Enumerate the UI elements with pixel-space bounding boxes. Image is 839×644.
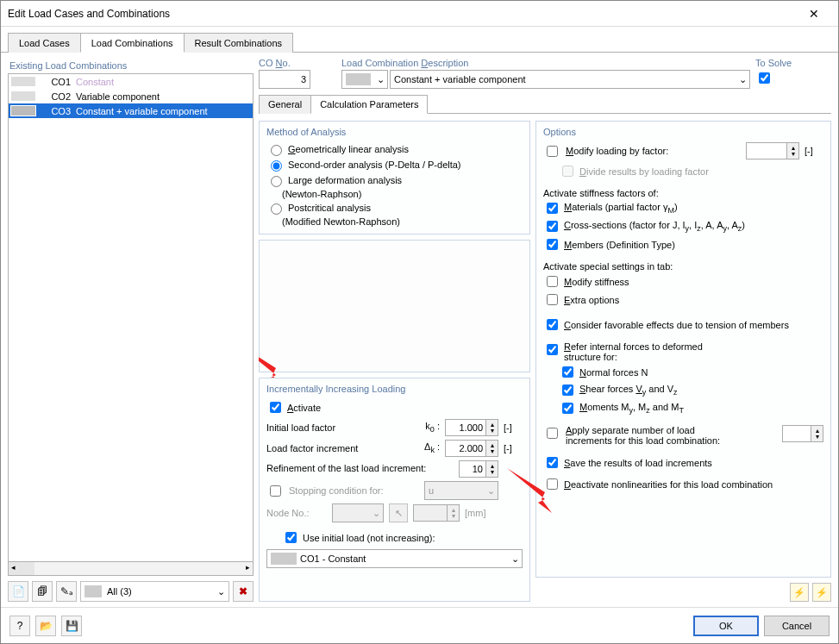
node-label: Node No.: <box>266 508 327 518</box>
list-item[interactable]: CO2 Variable component <box>9 89 253 103</box>
refine-label: Refinement of the last load increment: <box>266 463 454 474</box>
close-button[interactable]: ✕ <box>797 1 831 27</box>
main-tabs: Load Cases Load Combinations Result Comb… <box>1 27 838 53</box>
combo-id: CO3 <box>40 106 76 116</box>
lightning-gear-button[interactable]: ⚡ <box>812 583 831 602</box>
combo-type-select[interactable]: ⌄ <box>341 70 388 89</box>
horizontal-scrollbar[interactable]: ◂ ▸ <box>8 562 254 576</box>
new-button[interactable]: 📄 <box>8 581 28 602</box>
members-checkbox[interactable] <box>547 239 558 250</box>
increment-input[interactable]: ▴▾ <box>445 440 498 457</box>
color-swatch <box>10 91 36 102</box>
special-header: Activate special settings in tab: <box>543 261 823 272</box>
initial-factor-input[interactable]: ▴▾ <box>445 419 498 436</box>
radio-geometric[interactable] <box>271 145 282 156</box>
node-combo: ⌄ <box>332 503 384 522</box>
deactivate-nonlin-checkbox[interactable] <box>547 478 558 490</box>
options-title: Options <box>543 127 823 137</box>
combos-list[interactable]: CO1 Constant CO2 Variable component CO3 … <box>8 73 254 562</box>
list-item[interactable]: CO1 Constant <box>9 74 253 89</box>
consider-checkbox[interactable] <box>547 319 558 330</box>
window-title: Edit Load Cases and Combinations <box>8 8 797 20</box>
method-group: Method of Analysis Geometrically linear … <box>259 121 530 234</box>
radio-postcritical[interactable] <box>271 203 282 215</box>
radio-large-deform[interactable] <box>271 176 282 187</box>
desc-combo[interactable]: ⌄ <box>390 70 750 89</box>
shear-checkbox[interactable] <box>562 385 573 396</box>
apply-separate-checkbox[interactable] <box>547 428 558 439</box>
titlebar: Edit Load Cases and Combinations ✕ <box>1 1 838 27</box>
color-swatch <box>346 73 371 85</box>
chevron-down-icon: ⌄ <box>374 74 387 85</box>
refer-checkbox[interactable] <box>547 344 558 355</box>
chevron-down-icon: ⌄ <box>736 74 749 85</box>
stopping-checkbox[interactable] <box>270 485 281 497</box>
modify-stiffness-checkbox[interactable] <box>547 276 558 287</box>
incr-title: Incrementally Increasing Loading <box>266 384 523 394</box>
modify-factor-input[interactable]: ▴▾ <box>746 142 799 159</box>
placeholder-box <box>259 240 530 372</box>
stiff-header: Activate stiffness factors of: <box>543 188 823 198</box>
color-swatch <box>85 585 102 597</box>
delete-button[interactable]: ✖ <box>233 581 254 602</box>
desc-input[interactable] <box>391 72 736 87</box>
modify-loading-checkbox[interactable] <box>547 146 558 157</box>
save-results-checkbox[interactable] <box>547 457 558 468</box>
moments-checkbox[interactable] <box>562 403 573 414</box>
activate-checkbox[interactable] <box>270 402 281 413</box>
initial-label: Initial load factor <box>266 422 409 433</box>
ok-button[interactable]: OK <box>693 616 759 636</box>
color-swatch <box>10 105 36 116</box>
incremental-group: Incrementally Increasing Loading Activat… <box>259 378 530 602</box>
combo-name: Constant + variable component <box>76 106 208 116</box>
stop-label: Stopping condition for: <box>289 485 419 496</box>
stop-combo: u⌄ <box>424 481 498 500</box>
solve-label: To Solve <box>755 58 831 68</box>
footer: ? 📂 💾 OK Cancel <box>1 607 838 643</box>
color-swatch <box>271 553 297 565</box>
separate-inc-input[interactable]: ▴▾ <box>782 425 823 442</box>
tab-calc-params[interactable]: Calculation Parameters <box>310 95 428 114</box>
save-button[interactable]: 💾 <box>61 616 82 636</box>
text-button[interactable]: ✎ₐ <box>56 581 77 602</box>
co-no-input[interactable] <box>259 70 310 89</box>
copy-button[interactable]: 🗐 <box>32 581 53 602</box>
extra-options-checkbox[interactable] <box>547 294 558 305</box>
existing-combos-header: Existing Load Combinations <box>8 58 254 73</box>
tab-result-combinations[interactable]: Result Combinations <box>184 33 294 53</box>
color-swatch <box>10 76 36 87</box>
normal-checkbox[interactable] <box>562 366 573 378</box>
options-group: Options Modify loading by factor: ▴▾ [-]… <box>535 121 831 578</box>
increment-label: Load factor increment <box>266 443 409 453</box>
filter-label: All (3) <box>107 586 217 597</box>
tab-general[interactable]: General <box>259 95 311 114</box>
cancel-button[interactable]: Cancel <box>764 616 830 636</box>
tab-load-cases[interactable]: Load Cases <box>8 33 81 53</box>
help-button[interactable]: ? <box>9 616 30 636</box>
combo-id: CO1 <box>40 77 76 87</box>
sub-tabs: General Calculation Parameters <box>259 94 831 114</box>
folder-button[interactable]: 📂 <box>35 616 56 636</box>
pick-button: ↖ <box>389 503 408 522</box>
list-item-selected[interactable]: CO3 Constant + variable component <box>9 103 253 118</box>
use-initial-checkbox[interactable] <box>285 532 297 543</box>
chevron-down-icon: ⌄ <box>508 553 522 565</box>
cross-sections-checkbox[interactable] <box>547 221 558 232</box>
combo-name: Variable component <box>76 91 160 102</box>
lightning-button[interactable]: ⚡ <box>790 583 809 602</box>
radio-second-order[interactable] <box>271 160 282 172</box>
filter-combo[interactable]: All (3) ⌄ <box>80 581 229 602</box>
solve-checkbox[interactable] <box>759 72 770 84</box>
materials-checkbox[interactable] <box>547 203 558 214</box>
co-no-label: CO No. <box>259 58 336 68</box>
desc-label: Load Combination Description <box>341 58 750 68</box>
method-title: Method of Analysis <box>266 127 523 137</box>
combo-name: Constant <box>76 77 114 87</box>
node-val-input: ▴▾ <box>413 504 460 522</box>
initial-load-combo[interactable]: CO1 - Constant ⌄ <box>266 549 523 568</box>
divide-checkbox <box>562 166 573 177</box>
combo-id: CO2 <box>40 91 76 102</box>
chevron-down-icon: ⌄ <box>217 586 225 597</box>
tab-load-combinations[interactable]: Load Combinations <box>80 33 185 53</box>
refine-input[interactable]: ▴▾ <box>459 460 498 478</box>
